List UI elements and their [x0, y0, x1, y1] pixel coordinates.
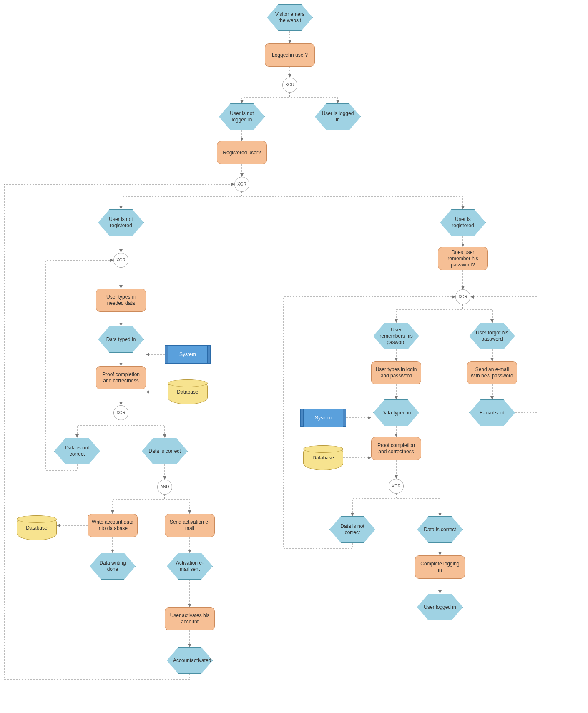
node-label: User is not logged in — [225, 110, 259, 123]
func-node-f_complete: Complete logging in — [415, 555, 465, 579]
svg-marker-32 — [490, 396, 494, 399]
svg-marker-19 — [188, 510, 191, 514]
hex-node-n_correct1: Data is correct — [142, 438, 188, 464]
edges-layer — [0, 0, 588, 713]
node-label: E-mail sent — [480, 410, 505, 416]
svg-marker-31 — [395, 396, 398, 399]
svg-marker-43 — [470, 295, 474, 299]
node-label: User types in needed data — [99, 294, 143, 306]
func-node-f_registeredq: Registered user? — [217, 141, 267, 164]
svg-marker-34 — [368, 416, 371, 419]
node-label: Database — [26, 525, 47, 531]
svg-marker-0 — [288, 40, 291, 43]
svg-marker-8 — [119, 249, 123, 253]
gate-node-g_xor1: XOR — [282, 78, 297, 93]
node-label: Does user remember his password? — [441, 249, 485, 268]
svg-marker-30 — [490, 358, 494, 361]
hex-node-n_actsent: Activation e-mail sent — [167, 553, 213, 580]
gate-node-g_xor6: XOR — [389, 479, 404, 494]
hex-node-n_typed2: Data typed in — [373, 399, 419, 426]
node-label: Data is correct — [148, 448, 181, 454]
svg-marker-23 — [188, 604, 191, 607]
svg-marker-1 — [288, 74, 291, 78]
sys-node-sys1: System — [165, 345, 211, 364]
node-label: XOR — [285, 83, 294, 88]
svg-marker-5 — [240, 173, 244, 177]
svg-marker-15 — [75, 434, 79, 438]
hex-node-n_loggedin: User logged in — [417, 594, 463, 620]
node-label: System — [315, 415, 332, 421]
svg-marker-44 — [452, 295, 455, 299]
node-label: Visitor enters the websit — [273, 11, 307, 24]
svg-marker-27 — [395, 319, 398, 323]
func-node-f_rememberq: Does user remember his password? — [438, 247, 488, 270]
svg-marker-6 — [119, 206, 123, 209]
hex-node-n_acctact: Accountactivated — [167, 647, 213, 674]
svg-marker-25 — [461, 244, 465, 247]
node-label: XOR — [116, 410, 126, 416]
node-label: Proof completion and correctness — [374, 442, 418, 455]
db-node-db2: Database — [17, 515, 57, 540]
node-label: User types in login and password — [374, 367, 418, 379]
svg-marker-14 — [119, 402, 123, 405]
hex-node-n_writedone: Data writing done — [90, 553, 136, 580]
svg-marker-9 — [119, 285, 123, 289]
node-label: Data writing done — [96, 560, 129, 572]
hex-node-n_notcorrect1: Data is not correct — [54, 438, 100, 464]
func-node-f_loggedq: Logged in user? — [265, 43, 315, 67]
svg-marker-4 — [240, 138, 244, 141]
node-label: User is not registered — [104, 216, 138, 229]
epc-diagram: Visitor enters the websitLogged in user?… — [0, 0, 588, 713]
svg-marker-26 — [461, 286, 465, 289]
node-label: Database — [312, 455, 334, 461]
svg-marker-21 — [111, 550, 114, 553]
func-node-f_typelogin: User types in login and password — [371, 361, 421, 384]
node-label: Registered user? — [223, 150, 261, 156]
node-label: XOR — [458, 294, 467, 300]
svg-marker-35 — [368, 456, 371, 459]
func-node-f_typedata: User types in needed data — [96, 289, 146, 312]
svg-marker-36 — [395, 475, 398, 479]
node-label: User activates his account — [168, 613, 211, 625]
svg-marker-10 — [119, 323, 123, 326]
svg-marker-18 — [111, 510, 114, 514]
gate-node-g_xor5: XOR — [455, 289, 470, 304]
node-label: XOR — [392, 484, 401, 489]
gate-node-g_xor4: XOR — [113, 405, 128, 420]
sys-node-sys2: System — [300, 409, 346, 427]
func-node-f_useract: User activates his account — [165, 607, 215, 630]
hex-node-n_forgot: User forgot his password — [469, 323, 515, 349]
svg-marker-12 — [146, 353, 149, 356]
node-label: AND — [160, 485, 169, 490]
func-node-f_sendpwd: Send an e-mail with new password — [467, 361, 517, 384]
svg-marker-11 — [119, 363, 123, 366]
node-label: Logged in user? — [272, 52, 308, 58]
hex-node-n_visitor: Visitor enters the websit — [267, 4, 313, 31]
node-label: Proof completion and correctness — [99, 372, 143, 384]
svg-marker-20 — [57, 524, 60, 527]
node-label: Data is correct — [424, 527, 456, 533]
node-label: User logged in — [424, 604, 456, 610]
svg-marker-2 — [240, 100, 244, 103]
func-node-f_writeacct: Write account data into database — [88, 514, 138, 537]
svg-marker-16 — [163, 434, 166, 438]
node-label: User is logged in — [321, 110, 354, 123]
node-label: Data is not correct — [60, 445, 94, 457]
func-node-f_proof2: Proof completion and correctness — [371, 437, 421, 460]
node-label: Data is not correct — [336, 523, 369, 536]
node-label: Write account data into database — [91, 519, 134, 532]
svg-marker-39 — [438, 552, 442, 555]
svg-marker-42 — [231, 183, 234, 186]
hex-node-n_islogged: User is logged in — [315, 103, 361, 130]
node-label: User is registered — [446, 216, 480, 229]
gate-node-g_xor2: XOR — [234, 177, 249, 192]
svg-marker-17 — [163, 476, 166, 480]
hex-node-n_correct2: Data is correct — [417, 516, 463, 543]
svg-marker-38 — [438, 513, 442, 516]
gate-node-g_and: AND — [157, 480, 172, 495]
db-node-db3: Database — [303, 445, 343, 470]
hex-node-n_emailsent: E-mail sent — [469, 399, 515, 426]
svg-marker-7 — [461, 206, 465, 209]
func-node-f_proof1: Proof completion and correctness — [96, 366, 146, 389]
svg-marker-29 — [395, 358, 398, 361]
